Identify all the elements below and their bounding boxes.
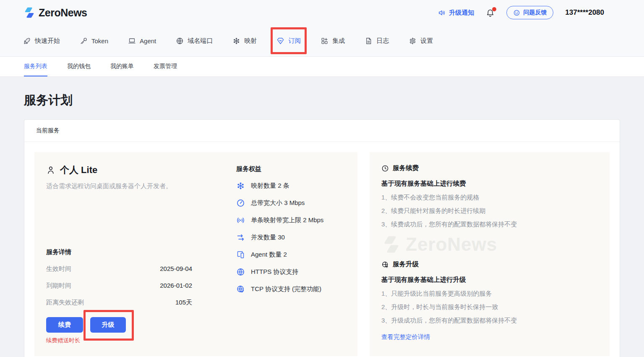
- zeronews-logo-icon: [23, 6, 36, 19]
- key-icon: [80, 37, 88, 45]
- nav-item-token[interactable]: Token: [80, 37, 108, 45]
- plan-description: 适合需求远程访问桌面或服务器个人开发者。: [46, 182, 236, 190]
- benefit-label: TCP 协议支持 (完整功能): [251, 285, 321, 293]
- sub-tabs: 服务列表 我的钱包 我的账单 发票管理: [0, 57, 644, 77]
- current-service-card: 当前服务 个人 Lite 适合需求远程访问桌面或服务器个人开发者。 服务详情 生…: [24, 119, 620, 357]
- nav-item-integration[interactable]: 集成: [321, 37, 345, 45]
- card-header: 当前服务: [24, 120, 620, 142]
- nav-label: 映射: [244, 37, 257, 45]
- detail-row-days-remaining: 距离失效还剩 105天: [46, 299, 192, 307]
- plan-panel: 个人 Lite 适合需求远程访问桌面或服务器个人开发者。 服务详情 生效时间 2…: [34, 152, 357, 356]
- mapping-icon: [232, 37, 240, 45]
- renewal-section-title: 服务续费: [381, 164, 598, 173]
- upgrade-button-wrap: 升级: [90, 317, 126, 333]
- renew-button[interactable]: 续费: [46, 317, 83, 333]
- log-icon: [365, 37, 373, 45]
- globe-check-icon: [236, 285, 245, 294]
- devices-icon: [236, 250, 245, 259]
- nav-label: 集成: [332, 37, 345, 45]
- detail-label: 生效时间: [46, 265, 71, 273]
- benefits-title: 服务权益: [236, 165, 346, 173]
- nav-label: 设置: [420, 37, 433, 45]
- benefit-total-bandwidth: 总带宽大小 3 Mbps: [236, 199, 346, 207]
- globe-up-icon: [381, 261, 389, 268]
- nav-item-agent[interactable]: Agent: [128, 37, 156, 45]
- tab-invoice-management[interactable]: 发票管理: [154, 57, 177, 76]
- speedometer-icon: [236, 199, 245, 207]
- detail-value: 2025-09-04: [160, 265, 192, 273]
- detail-value: 2026-01-02: [160, 282, 192, 290]
- notification-bell-button[interactable]: [486, 8, 495, 17]
- nav-item-settings[interactable]: 设置: [409, 37, 433, 45]
- laptop-icon: [128, 37, 136, 45]
- nav-label: 域名端口: [188, 37, 213, 45]
- rocket-icon: [23, 37, 31, 45]
- integration-icon: [321, 37, 329, 45]
- upgrade-rule-2: 2、升级时，时长与当前服务时长保持一致: [381, 303, 598, 311]
- nav-label: 日志: [376, 37, 389, 45]
- detail-label: 距离失效还剩: [46, 299, 84, 307]
- renewal-rule-2: 2、续费只能针对服务的时长进行续期: [381, 207, 598, 215]
- upgrade-button[interactable]: 升级: [90, 317, 126, 333]
- plan-column: 个人 Lite 适合需求远程访问桌面或服务器个人开发者。 服务详情 生效时间 2…: [46, 164, 236, 344]
- brand-logo[interactable]: ZeroNews: [23, 6, 87, 19]
- account-phone[interactable]: 137****2080: [565, 8, 604, 17]
- benefit-label: 并发数量 30: [251, 234, 285, 242]
- nav-item-subscription[interactable]: 订阅: [276, 37, 301, 45]
- main-content: 服务计划 当前服务 个人 Lite 适合需求远程访问桌面或服务器个人开发者。 服…: [0, 77, 644, 357]
- nav-item-logs[interactable]: 日志: [365, 37, 389, 45]
- broadcast-icon: [236, 216, 245, 225]
- page-title: 服务计划: [24, 92, 620, 109]
- benefit-label: HTTPS 协议支持: [251, 268, 298, 276]
- benefit-tcp-support: TCP 协议支持 (完整功能): [236, 285, 346, 294]
- upgrade-section-title: 服务升级: [381, 260, 598, 269]
- benefit-agent-count: Agent 数量 2: [236, 250, 346, 259]
- plan-name: 个人 Lite: [60, 164, 97, 176]
- feedback-button[interactable]: 问题反馈: [506, 6, 553, 19]
- nav-label: Token: [91, 37, 108, 45]
- renewal-subtitle: 基于现有服务基础上进行续费: [381, 179, 598, 188]
- tab-service-list[interactable]: 服务列表: [24, 57, 47, 76]
- benefit-mapping-count: 映射数量 2 条: [236, 181, 346, 190]
- benefits-column: 服务权益 映射数量 2 条 总带宽大小 3 Mbps 单条映射带宽上限 2 Mb…: [236, 164, 346, 344]
- card-body: 个人 Lite 适合需求远程访问桌面或服务器个人开发者。 服务详情 生效时间 2…: [24, 142, 620, 357]
- section-title-label: 服务续费: [393, 164, 419, 173]
- benefit-https-support: HTTPS 协议支持: [236, 268, 346, 276]
- nav-label: 订阅: [288, 37, 301, 45]
- arrows-icon: [236, 233, 245, 242]
- nav-item-mapping[interactable]: 映射: [232, 37, 257, 45]
- nav-label: 快速开始: [35, 37, 60, 45]
- renewal-upgrade-panel: 服务续费 基于现有服务基础上进行续费 1、续费不会改变您当前服务的规格 2、续费…: [370, 152, 610, 356]
- full-pricing-link[interactable]: 查看完整定价详情: [381, 333, 430, 341]
- nav-item-quick-start[interactable]: 快速开始: [23, 37, 60, 45]
- service-details-title: 服务详情: [46, 248, 236, 256]
- brand-name: ZeroNews: [39, 7, 87, 19]
- clock-icon: [381, 165, 389, 172]
- detail-value: 105天: [175, 299, 192, 307]
- zeronews-watermark-icon: [381, 234, 402, 255]
- person-icon: [46, 165, 55, 175]
- upgrade-subtitle: 基于现有服务基础上进行升级: [381, 276, 598, 284]
- upgrade-rule-3: 3、升级成功后，您所有的配置数据都将保持不变: [381, 317, 598, 325]
- speaker-icon: [438, 9, 446, 17]
- section-title-label: 服务升级: [393, 260, 419, 269]
- detail-row-effective-date: 生效时间 2025-09-04: [46, 265, 192, 273]
- watermark: ZeroNews: [381, 234, 598, 255]
- detail-row-expiry-date: 到期时间 2026-01-02: [46, 282, 192, 290]
- upgrade-notice-link[interactable]: 升级通知: [438, 9, 474, 17]
- globe-icon: [176, 37, 184, 45]
- benefit-per-mapping-bandwidth: 单条映射带宽上限 2 Mbps: [236, 216, 346, 225]
- upgrade-rule-1: 1、只能升级比当前服务更高级别的服务: [381, 290, 598, 298]
- nav-item-domain-port[interactable]: 域名端口: [176, 37, 213, 45]
- tab-my-wallet[interactable]: 我的钱包: [67, 57, 91, 76]
- smiley-icon: [513, 9, 520, 16]
- gear-icon: [409, 37, 417, 45]
- main-nav: 快速开始 Token Agent 域名端口 映射 订阅 集成 日志 设置: [0, 25, 644, 57]
- renew-gift-note: 续费赠送时长: [46, 337, 236, 344]
- globe-icon: [236, 268, 245, 276]
- nav-label: Agent: [140, 37, 156, 45]
- tab-my-bills[interactable]: 我的账单: [110, 57, 134, 76]
- benefit-concurrency: 并发数量 30: [236, 233, 346, 242]
- topbar-right: 升级通知 问题反馈 137****2080: [438, 6, 604, 19]
- mapping-icon: [236, 181, 245, 190]
